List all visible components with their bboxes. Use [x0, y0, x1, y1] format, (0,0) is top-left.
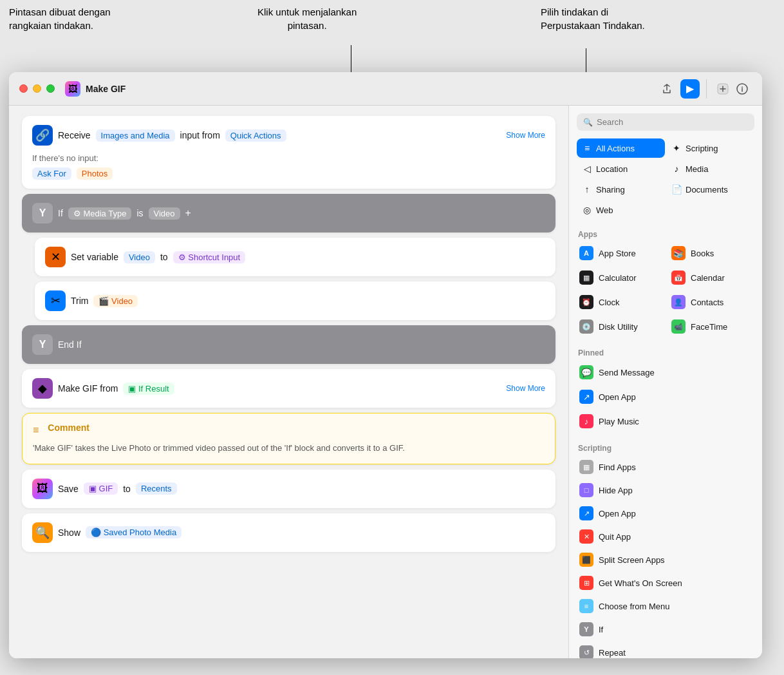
split-screen-label: Split Screen Apps: [599, 555, 665, 565]
find-apps-item[interactable]: ▦ Find Apps: [574, 455, 757, 479]
fullscreen-button[interactable]: [46, 84, 55, 93]
hide-app-label: Hide App: [599, 486, 633, 495]
photos-badge[interactable]: Photos: [77, 167, 113, 180]
search-input[interactable]: [597, 117, 748, 127]
save-badge2[interactable]: Recents: [136, 482, 177, 495]
if-badge-value[interactable]: Video: [149, 207, 180, 220]
play-music-item[interactable]: ♪ Play Music: [574, 409, 757, 433]
run-button[interactable]: ▶: [680, 79, 700, 99]
pinned-section-header: Pinned: [574, 343, 757, 360]
comment-title: Comment: [48, 423, 89, 433]
set-var-badge2[interactable]: ⚙ Shortcut Input: [173, 251, 246, 263]
get-screen-item[interactable]: ⊞ Get What's On Screen: [574, 571, 757, 594]
add-action-button[interactable]: [713, 79, 733, 99]
save-text1: Save: [58, 484, 79, 494]
receive-badge-source[interactable]: Quick Actions: [225, 129, 286, 142]
contacts-item[interactable]: 👤 Contacts: [666, 290, 757, 314]
minimize-button[interactable]: [33, 84, 41, 93]
end-if-text: End If: [58, 339, 82, 350]
cat-web[interactable]: ◎ Web: [577, 200, 665, 220]
receive-text2: input from: [180, 130, 220, 140]
set-var-icon: ✕: [45, 247, 66, 267]
documents-icon: 📄: [671, 184, 682, 195]
share-button[interactable]: [657, 79, 677, 99]
contacts-label: Contacts: [691, 298, 723, 307]
end-if-icon: Y: [32, 334, 53, 355]
receive-block: 🔗 Receive Images and Media input from Qu…: [22, 116, 555, 189]
quit-app-label: Quit App: [599, 532, 631, 542]
scripting-section-header: Scripting: [574, 439, 757, 455]
choose-menu-icon: ≡: [579, 599, 593, 613]
choose-menu-item[interactable]: ≡ Choose from Menu: [574, 594, 757, 618]
app-store-label: App Store: [599, 249, 636, 258]
books-item[interactable]: 📚 Books: [666, 242, 757, 265]
get-screen-icon: ⊞: [579, 576, 593, 590]
info-button[interactable]: [733, 79, 752, 99]
save-badge1[interactable]: ▣ GIF: [84, 482, 118, 495]
title-bar: 🖼 Make GIF ▶: [9, 72, 762, 106]
disk-utility-label: Disk Utility: [599, 322, 638, 332]
window-title: Make GIF: [86, 84, 126, 94]
split-screen-icon: ⬛: [579, 553, 593, 567]
clock-label: Clock: [599, 298, 620, 307]
comment-text: 'Make GIF' takes the Live Photo or trimm…: [33, 442, 545, 455]
clock-icon: ⏰: [579, 295, 593, 309]
trim-badge[interactable]: 🎬 Video: [93, 295, 138, 307]
split-screen-item[interactable]: ⬛ Split Screen Apps: [574, 548, 757, 571]
traffic-lights: [19, 84, 55, 93]
cat-documents-label: Documents: [686, 185, 728, 195]
cat-sharing[interactable]: ↑ Sharing: [577, 180, 665, 199]
calendar-icon: 📅: [671, 271, 686, 285]
content-area: 🔗 Receive Images and Media input from Qu…: [9, 106, 762, 658]
action-list: Apps A App Store 📚 Books ▦ Calculator: [569, 225, 762, 658]
if-add-btn[interactable]: +: [185, 207, 191, 219]
cat-scripting-label: Scripting: [686, 144, 718, 153]
cat-media[interactable]: ♪ Media: [666, 159, 754, 178]
set-variable-block: ✕ Set variable Video to ⚙ Shortcut Input: [35, 238, 555, 276]
divider: [706, 79, 707, 99]
web-icon: ◎: [582, 205, 592, 215]
open-app-icon: ↗: [579, 506, 593, 520]
hide-app-item[interactable]: □ Hide App: [574, 479, 757, 502]
make-gif-show-more[interactable]: Show More: [506, 384, 545, 393]
cat-scripting[interactable]: ✦ Scripting: [666, 138, 754, 158]
apps-grid: A App Store 📚 Books ▦ Calculator 📅 Calen…: [574, 242, 757, 338]
receive-badge-type[interactable]: Images and Media: [96, 129, 175, 142]
if-badge-type[interactable]: ⚙ Media Type: [68, 207, 132, 220]
open-app-pinned-item[interactable]: ↗ Open App: [574, 385, 757, 409]
workflow-panel: 🔗 Receive Images and Media input from Qu…: [9, 106, 569, 658]
cat-location-label: Location: [596, 164, 628, 174]
calculator-item[interactable]: ▦ Calculator: [574, 266, 665, 289]
app-icon: 🖼: [65, 81, 80, 97]
show-badge[interactable]: 🔵 Saved Photo Media: [86, 526, 182, 538]
cat-documents[interactable]: 📄 Documents: [666, 180, 754, 199]
facetime-item[interactable]: 📹 FaceTime: [666, 315, 757, 338]
sharing-icon: ↑: [582, 184, 592, 195]
make-gif-badge[interactable]: ▣ If Result: [123, 383, 174, 395]
send-message-item[interactable]: 💬 Send Message: [574, 360, 757, 385]
repeat-item[interactable]: ↺ Repeat: [574, 641, 757, 658]
if-item[interactable]: Y If: [574, 618, 757, 641]
open-app-item[interactable]: ↗ Open App: [574, 502, 757, 525]
search-wrap: 🔍: [577, 113, 754, 131]
cat-all-actions[interactable]: ≡ All Actions: [577, 138, 665, 158]
if-item-icon: Y: [579, 622, 593, 636]
if-block: Y If ⚙ Media Type is Video +: [22, 194, 555, 233]
disk-utility-item[interactable]: 💿 Disk Utility: [574, 315, 665, 338]
save-icon: 🖼: [32, 479, 53, 499]
set-var-badge1[interactable]: Video: [124, 251, 155, 263]
quit-app-item[interactable]: ✕ Quit App: [574, 525, 757, 548]
open-app-pinned-icon: ↗: [579, 390, 593, 404]
receive-show-more[interactable]: Show More: [506, 131, 545, 140]
find-apps-icon: ▦: [579, 460, 593, 474]
books-label: Books: [691, 249, 714, 258]
media-icon: ♪: [671, 164, 682, 174]
clock-item[interactable]: ⏰ Clock: [574, 290, 665, 314]
calendar-item[interactable]: 📅 Calendar: [666, 266, 757, 289]
ask-for-badge[interactable]: Ask For: [32, 167, 71, 180]
cat-location[interactable]: ◁ Location: [577, 159, 665, 178]
app-store-item[interactable]: A App Store: [574, 242, 665, 265]
indent-section: ✕ Set variable Video to ⚙ Shortcut Input…: [22, 238, 555, 320]
quit-app-icon: ✕: [579, 529, 593, 544]
close-button[interactable]: [19, 84, 28, 93]
